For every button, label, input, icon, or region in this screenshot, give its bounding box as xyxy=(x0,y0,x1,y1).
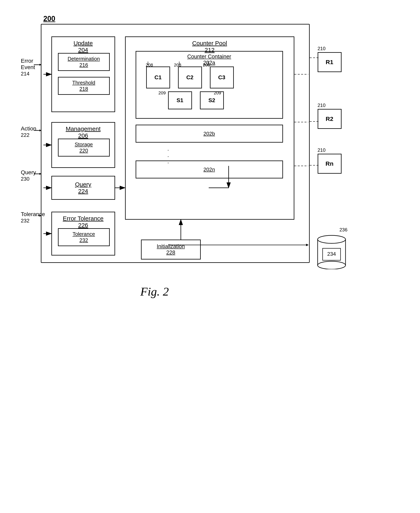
svg-marker-15 xyxy=(39,129,41,131)
svg-point-21 xyxy=(318,235,345,243)
arrow-action xyxy=(34,128,42,133)
errortol-box: Error Tolerance 226 Tolerance 232 xyxy=(51,212,115,255)
management-title: Management 206 xyxy=(52,123,114,139)
resource-r1: R1 xyxy=(318,52,342,72)
container-202n-label: 202n xyxy=(203,166,215,173)
fig-label: Fig. 2 xyxy=(140,285,169,298)
arrow-tolerance xyxy=(38,214,42,218)
resource-rn: Rn xyxy=(318,154,342,174)
svg-marker-17 xyxy=(39,173,41,175)
threshold-label: Threshold 218 xyxy=(72,80,95,92)
init-to-db-arrow xyxy=(168,239,318,251)
svg-point-22 xyxy=(318,261,345,269)
slot-s2: S2 xyxy=(200,91,224,109)
label-209-s1: 209 xyxy=(158,90,166,96)
countercontainer-box: Counter Container 202a 208 208 208 C1 C2… xyxy=(136,51,283,119)
update-box: Update 204 Determination 216 Threshold 2… xyxy=(51,37,115,112)
slot-s1: S1 xyxy=(168,91,192,109)
query-box: Query 224 xyxy=(51,176,115,200)
storage-box: Storage 220 xyxy=(58,139,110,156)
counters-row: C1 C2 C3 xyxy=(146,67,234,89)
determination-box: Determination 216 xyxy=(58,53,110,71)
arrow-query xyxy=(34,172,42,176)
input-error-event: ErrorEvent214 xyxy=(21,58,35,77)
svg-text:234: 234 xyxy=(327,251,336,257)
slots-row: S1 S2 xyxy=(168,91,224,109)
tick-208-c1 xyxy=(148,61,148,65)
db-container: 236 234 xyxy=(316,227,347,270)
counter-c1: C1 xyxy=(146,67,170,89)
determination-label: Determination 216 xyxy=(68,56,100,68)
dashed-lines-right xyxy=(310,24,320,183)
main-box-number: 200 xyxy=(43,15,55,23)
management-box: Management 206 Storage 220 xyxy=(51,122,115,168)
main-box-200: 200 Update 204 Determination 216 Thresho… xyxy=(41,24,310,263)
container-202b-label: 202b xyxy=(203,131,215,137)
threshold-box: Threshold 218 xyxy=(58,77,110,95)
counterpool-box: Counter Pool 212 Counter Container 202a … xyxy=(125,37,294,220)
counter-c2: C2 xyxy=(178,67,202,89)
svg-marker-13 xyxy=(39,64,41,66)
update-title: Update 204 xyxy=(52,37,114,53)
counter-c3: C3 xyxy=(210,67,234,89)
resource-r2: R2 xyxy=(318,109,342,129)
container-202b: 202b xyxy=(136,125,283,143)
tick-208-c3 xyxy=(208,61,208,65)
tolerance-box: Tolerance 232 xyxy=(58,228,110,246)
database-svg: 234 xyxy=(316,233,347,269)
tick-208-c2 xyxy=(179,61,180,65)
storage-label: Storage 220 xyxy=(75,141,93,154)
errortol-title: Error Tolerance 226 xyxy=(52,212,114,229)
container-202n: 202n xyxy=(136,161,283,178)
arrow-error-event xyxy=(34,63,42,67)
tolerance-label: Tolerance 232 xyxy=(73,231,95,243)
svg-marker-19 xyxy=(39,215,41,217)
query-label: Query 224 xyxy=(75,181,91,194)
svg-marker-26 xyxy=(306,244,309,246)
